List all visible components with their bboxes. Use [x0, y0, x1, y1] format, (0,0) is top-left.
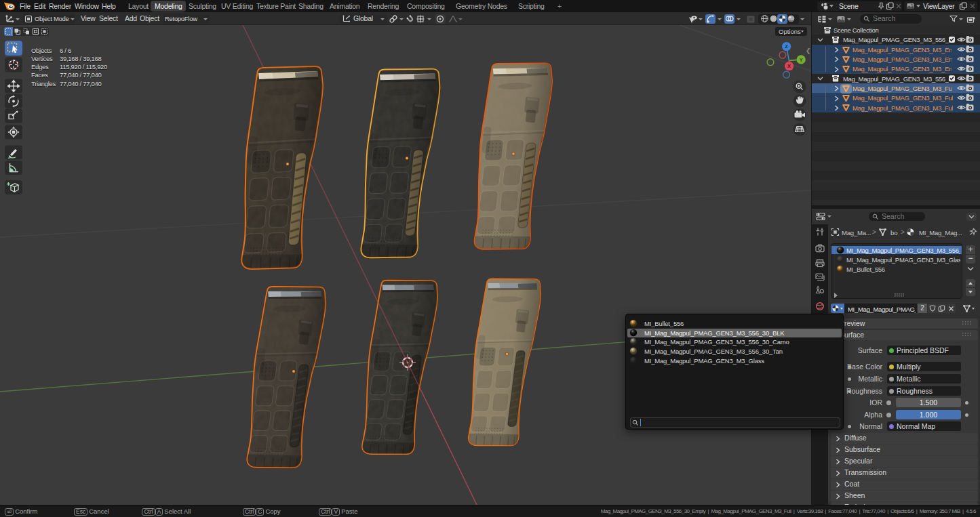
svg-text:Z: Z	[785, 43, 788, 49]
svg-text:X: X	[787, 63, 791, 69]
svg-text:Y: Y	[800, 57, 803, 63]
